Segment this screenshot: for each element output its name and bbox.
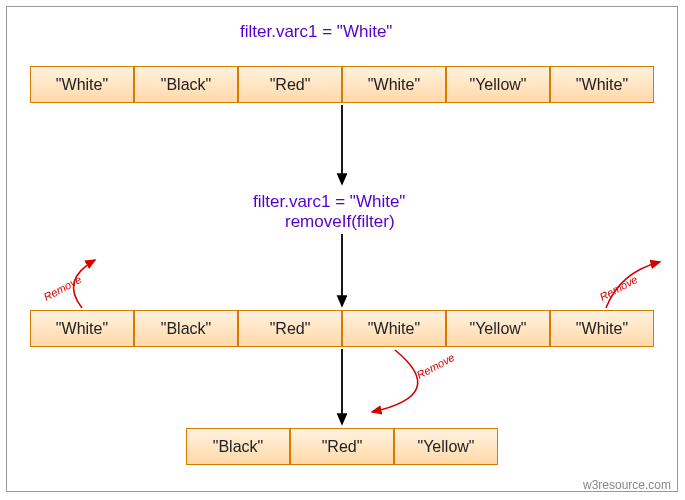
list-item: "White" — [342, 310, 446, 347]
list-item: "Yellow" — [446, 66, 550, 103]
list-item: "Yellow" — [394, 428, 498, 465]
caption-top: filter.varc1 = "White" — [240, 22, 392, 42]
watermark: w3resource.com — [583, 478, 671, 492]
row-after-apply: "White" "Black" "Red" "White" "Yellow" "… — [30, 310, 654, 347]
list-item: "White" — [30, 66, 134, 103]
list-item: "Black" — [134, 310, 238, 347]
caption-mid-line2: removeIf(filter) — [285, 212, 395, 232]
list-item: "Black" — [134, 66, 238, 103]
list-item: "Red" — [290, 428, 394, 465]
caption-mid-line1: filter.varc1 = "White" — [253, 192, 405, 212]
list-item: "White" — [550, 310, 654, 347]
list-item: "White" — [550, 66, 654, 103]
row-result: "Black" "Red" "Yellow" — [186, 428, 498, 465]
list-item: "Red" — [238, 310, 342, 347]
list-item: "White" — [342, 66, 446, 103]
list-item: "Red" — [238, 66, 342, 103]
list-item: "Black" — [186, 428, 290, 465]
list-item: "Yellow" — [446, 310, 550, 347]
list-item: "White" — [30, 310, 134, 347]
row-initial: "White" "Black" "Red" "White" "Yellow" "… — [30, 66, 654, 103]
